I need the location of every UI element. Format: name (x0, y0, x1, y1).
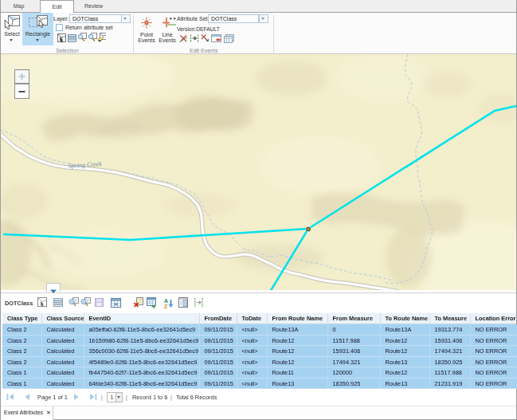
svg-text:A: A (164, 298, 168, 304)
svg-text:Z: Z (164, 304, 168, 309)
